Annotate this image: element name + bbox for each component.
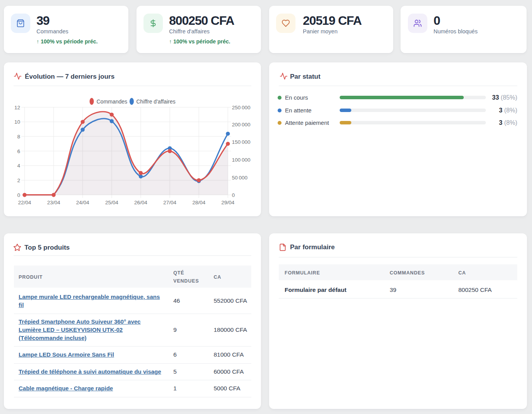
svg-text:8: 8 [17,134,20,140]
svg-text:Chiffre d'affaires: Chiffre d'affaires [136,98,176,105]
svg-text:4: 4 [17,163,20,169]
svg-text:0: 0 [17,192,20,198]
svg-text:50 000: 50 000 [232,175,247,181]
svg-text:150 000: 150 000 [232,139,250,145]
svg-text:25/04: 25/04 [105,200,118,205]
svg-text:24/04: 24/04 [76,200,89,205]
svg-text:12: 12 [14,105,20,110]
svg-text:10: 10 [14,119,20,125]
svg-text:29/04: 29/04 [221,200,235,205]
svg-text:Commandes: Commandes [97,98,127,105]
svg-text:2: 2 [17,178,20,183]
svg-text:22/04: 22/04 [18,200,31,205]
svg-text:26/04: 26/04 [134,200,147,205]
svg-text:250 000: 250 000 [232,105,250,110]
svg-text:6: 6 [17,148,20,154]
svg-text:0: 0 [232,192,235,198]
svg-text:27/04: 27/04 [163,200,176,205]
svg-text:23/04: 23/04 [47,200,60,205]
svg-text:28/04: 28/04 [192,200,206,205]
svg-text:100 000: 100 000 [232,157,250,163]
svg-text:200 000: 200 000 [232,122,250,128]
